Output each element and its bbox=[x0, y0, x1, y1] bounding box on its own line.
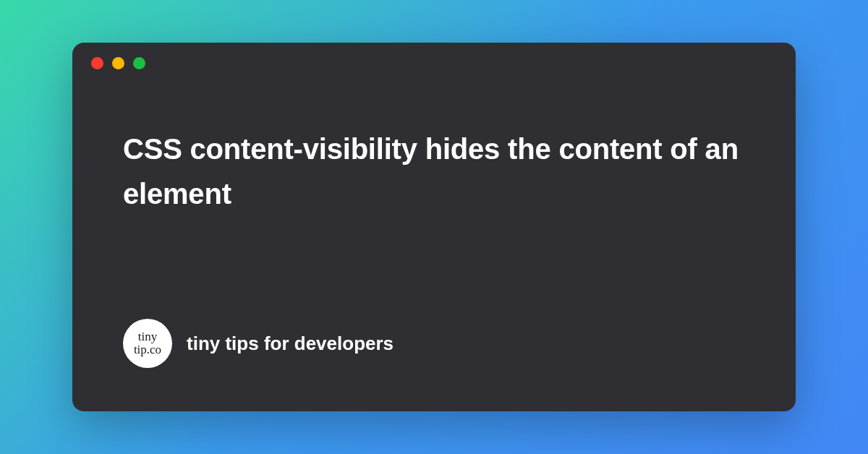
tagline-text: tiny tips for developers bbox=[187, 333, 393, 355]
footer-row: tiny tip.co tiny tips for developers bbox=[123, 319, 745, 368]
card-window: CSS content-visibility hides the content… bbox=[72, 43, 796, 411]
headline-text: CSS content-visibility hides the content… bbox=[123, 127, 745, 216]
minimize-icon[interactable] bbox=[112, 57, 124, 69]
window-content: CSS content-visibility hides the content… bbox=[72, 83, 796, 411]
window-title-bar bbox=[72, 43, 796, 83]
close-icon[interactable] bbox=[91, 57, 103, 69]
maximize-icon[interactable] bbox=[133, 57, 145, 69]
logo-line-1: tiny bbox=[138, 330, 157, 343]
logo-line-2: tip.co bbox=[134, 343, 161, 356]
logo-badge: tiny tip.co bbox=[123, 319, 172, 368]
